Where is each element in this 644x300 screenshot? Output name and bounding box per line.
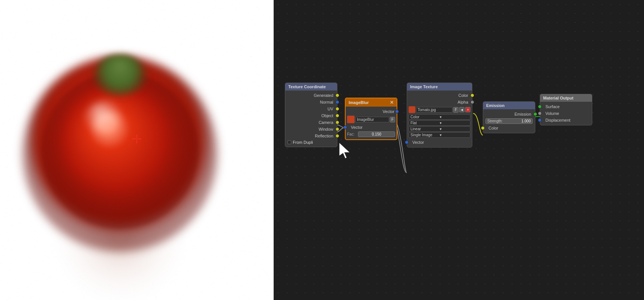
imageblur-f-button[interactable]: F [390, 117, 395, 122]
texcoord-reflection-socket [335, 134, 339, 138]
texcoord-generated-socket [335, 93, 339, 97]
imageblur-preview-row: ImageBlur F [346, 115, 397, 124]
imageblur-vector-out-label: Vector [348, 109, 394, 114]
emission-node[interactable]: Emission Emission Strength: 1.000 Color [483, 101, 535, 133]
texcoord-window-socket [335, 127, 339, 131]
imagetex-flat-label: Flat [410, 121, 440, 125]
texcoord-normal-row: Normal [285, 99, 337, 106]
imagetex-linear-arrow: ▾ [440, 127, 469, 131]
imagetex-alpha-out-socket [470, 100, 474, 104]
imagetex-alpha-out-row: Alpha [407, 99, 472, 106]
node-editor[interactable]: Texture Coordinate Generated Normal UV O… [274, 0, 644, 300]
matout-surface-label: Surface [542, 104, 560, 109]
imagetex-singleimage-dropdown[interactable]: Single Image ▾ [409, 132, 470, 138]
imagetex-color-out-label: Color [409, 93, 470, 98]
imagetex-color-out-socket [470, 93, 474, 97]
imageblur-vector-out-socket [395, 110, 399, 113]
imagetex-vector-in-row: Vector [407, 139, 472, 146]
emission-out-socket [533, 112, 537, 116]
imageblur-vector-in-socket [343, 125, 347, 129]
imageblur-fac-value[interactable]: 0.150 [358, 131, 395, 137]
imagetex-image-row[interactable]: Tomato.jpg F ◀ ✕ [407, 106, 472, 114]
texcoord-fromdupli-checkbox[interactable] [288, 140, 291, 144]
imagetex-vector-in-label: Vector [409, 140, 424, 145]
emission-header: Emission [483, 102, 535, 109]
texture-coordinate-node[interactable]: Texture Coordinate Generated Normal UV O… [285, 83, 337, 147]
imagetex-remove-button[interactable]: ✕ [465, 107, 470, 112]
texcoord-camera-row: Camera [285, 119, 337, 126]
material-output-title: Material Output [543, 96, 574, 100]
imagetex-singleimage-label: Single Image [410, 133, 440, 137]
material-output-header: Material Output [540, 94, 592, 102]
imageblur-vector-in-label: Vector [348, 125, 362, 130]
texcoord-object-label: Object [288, 113, 335, 118]
texcoord-camera-socket [335, 121, 339, 124]
node-connections [274, 0, 644, 300]
imagetex-flat-dropdown[interactable]: Flat ▾ [409, 120, 470, 126]
material-output-body: Surface Volume Displacement [540, 102, 592, 125]
matout-displacement-label: Displacement [542, 118, 571, 122]
imageblur-vector-out-row: Vector [346, 108, 397, 115]
texcoord-uv-socket [335, 107, 339, 111]
imageblur-fac-label: Fac: [347, 132, 356, 136]
emission-title: Emission [486, 103, 505, 108]
image-texture-header: Image Texture [407, 83, 472, 90]
imagetex-linear-dropdown[interactable]: Linear ▾ [409, 126, 470, 132]
texcoord-normal-label: Normal [288, 100, 335, 104]
imagetex-name-field[interactable]: Tomato.jpg [416, 107, 452, 113]
image-viewer [0, 0, 274, 300]
imageblur-title: ImageBlur [349, 100, 369, 105]
texcoord-normal-socket [335, 100, 339, 104]
image-texture-title: Image Texture [410, 84, 438, 89]
imageblur-body: Vector ImageBlur F Vector Fac: 0.150 [346, 107, 397, 139]
imageblur-node[interactable]: ImageBlur ✕ Vector ImageBlur F Vector Fa… [345, 98, 397, 140]
texcoord-camera-label: Camera [288, 120, 335, 125]
texcoord-generated-label: Generated [288, 93, 335, 98]
imagetex-alpha-out-label: Alpha [409, 100, 470, 104]
texcoord-window-row: Window [285, 126, 337, 133]
material-output-node[interactable]: Material Output Surface Volume Displacem… [540, 94, 592, 125]
texcoord-object-socket [335, 114, 339, 118]
emission-out-label: Emission [485, 112, 533, 116]
texcoord-object-row: Object [285, 112, 337, 119]
imagetex-vector-in-socket [405, 140, 409, 144]
imagetex-color-label: Color [410, 115, 440, 119]
imageblur-fac-row[interactable]: Fac: 0.150 [347, 131, 395, 137]
svg-marker-0 [339, 143, 350, 158]
texcoord-fromdupli-label: From Dupli [293, 140, 313, 145]
imagetex-linear-label: Linear [410, 127, 440, 131]
imagetex-color-dropdown[interactable]: Color ▾ [409, 114, 470, 120]
imagetex-flat-arrow: ▾ [440, 121, 469, 125]
texture-coordinate-body: Generated Normal UV Object Camera Window [285, 90, 337, 147]
imagetex-f-button[interactable]: F [453, 107, 458, 113]
texcoord-reflection-row: Reflection [285, 133, 337, 139]
emission-color-in-socket [481, 126, 485, 130]
emission-strength-label: Strength: [487, 119, 521, 123]
texture-coordinate-header: Texture Coordinate [285, 83, 337, 90]
emission-color-in-label: Color [485, 126, 498, 130]
texcoord-uv-label: UV [288, 107, 335, 111]
matout-surface-row: Surface [540, 103, 592, 110]
texcoord-fromdupli-row[interactable]: From Dupli [285, 139, 337, 145]
matout-volume-socket [538, 112, 542, 115]
matout-volume-row: Volume [540, 110, 592, 117]
emission-strength-value[interactable]: 1.000 [521, 119, 531, 123]
cursor [339, 143, 354, 160]
matout-displacement-row: Displacement [540, 117, 592, 124]
matout-surface-socket [538, 105, 542, 109]
image-texture-body: Color Alpha Tomato.jpg F ◀ ✕ Color ▾ [407, 90, 472, 147]
matout-displacement-socket [538, 118, 542, 122]
imageblur-vector-in-row: Vector [346, 124, 397, 131]
matout-volume-label: Volume [542, 111, 559, 116]
texture-coordinate-title: Texture Coordinate [288, 84, 326, 89]
imageblur-close-icon[interactable]: ✕ [390, 100, 394, 105]
emission-body: Emission Strength: 1.000 Color [483, 109, 535, 133]
imageblur-name-field[interactable]: ImageBlur [355, 117, 389, 122]
imagetex-browse-button[interactable]: ◀ [459, 107, 464, 112]
imagetex-preview [409, 106, 415, 113]
imageblur-header: ImageBlur ✕ [346, 98, 397, 107]
texcoord-uv-row: UV [285, 106, 337, 112]
texcoord-generated-row: Generated [285, 92, 337, 99]
emission-strength-row[interactable]: Strength: 1.000 [485, 118, 533, 124]
image-texture-node[interactable]: Image Texture Color Alpha Tomato.jpg F ◀… [407, 83, 472, 148]
